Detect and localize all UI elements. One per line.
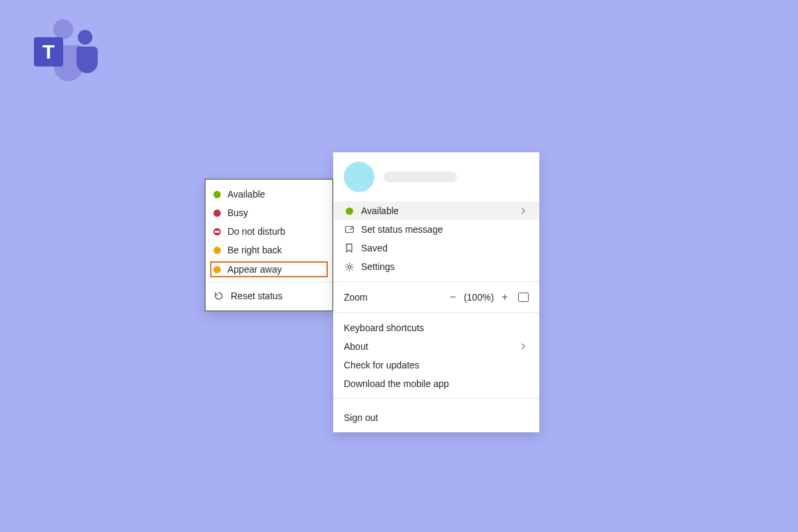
reset-icon — [213, 291, 224, 301]
menu-item-sign-out[interactable]: Sign out — [333, 404, 539, 432]
divider — [333, 398, 539, 399]
status-label: Appear away — [227, 264, 282, 275]
status-option-brb[interactable]: Be right back — [205, 241, 332, 259]
status-label: Busy — [227, 207, 248, 218]
divider — [333, 313, 539, 313]
status-label: Available — [227, 189, 265, 200]
brb-icon — [213, 247, 221, 254]
svg-point-1 — [78, 30, 92, 45]
menu-label: About — [344, 341, 511, 352]
zoom-out-button[interactable]: − — [445, 291, 461, 303]
status-option-dnd[interactable]: Do not disturb — [205, 222, 332, 241]
svg-point-0 — [53, 19, 73, 39]
zoom-percent: (100%) — [461, 292, 497, 303]
user-header — [333, 152, 539, 201]
menu-label: Check for updates — [344, 360, 529, 370]
status-label: Reset status — [231, 291, 283, 301]
status-option-appear-away[interactable]: Appear away — [209, 261, 329, 278]
menu-item-download-mobile-app[interactable]: Download the mobile app — [333, 374, 539, 393]
zoom-row: Zoom − (100%) + — [333, 287, 539, 307]
menu-item-settings[interactable]: Settings — [333, 257, 539, 276]
menu-label: Set status message — [361, 224, 529, 235]
gear-icon — [344, 261, 354, 272]
menu-label: Available — [361, 205, 511, 216]
available-icon — [213, 191, 221, 198]
svg-text:T: T — [43, 41, 55, 63]
menu-label: Saved — [361, 243, 529, 253]
avatar — [344, 162, 374, 192]
chevron-right-icon — [518, 341, 529, 352]
menu-item-status[interactable]: Available — [333, 201, 539, 220]
svg-point-5 — [348, 265, 350, 268]
edit-message-icon — [344, 224, 354, 235]
dnd-icon — [213, 228, 221, 235]
status-option-busy[interactable]: Busy — [205, 203, 332, 222]
teams-logo: T — [30, 19, 103, 85]
status-label: Do not disturb — [227, 226, 285, 237]
zoom-label: Zoom — [344, 292, 445, 303]
bookmark-icon — [344, 243, 354, 253]
status-option-available[interactable]: Available — [205, 185, 332, 203]
available-icon — [344, 205, 354, 216]
menu-item-saved[interactable]: Saved — [333, 239, 539, 257]
menu-label: Sign out — [344, 412, 378, 423]
status-submenu: Available Busy Do not disturb Be right b… — [205, 179, 333, 311]
menu-item-about[interactable]: About — [333, 337, 539, 356]
divider — [333, 281, 539, 282]
menu-label: Keyboard shortcuts — [344, 323, 529, 333]
chevron-right-icon — [518, 205, 529, 216]
menu-label: Settings — [361, 261, 529, 272]
username-placeholder — [384, 172, 457, 182]
status-option-reset[interactable]: Reset status — [205, 287, 332, 305]
busy-icon — [213, 209, 221, 217]
away-icon — [213, 266, 221, 273]
zoom-in-button[interactable]: + — [497, 291, 513, 303]
fullscreen-icon[interactable] — [518, 293, 529, 302]
user-menu: Available Set status message Saved Setti… — [333, 152, 539, 432]
divider — [205, 282, 332, 283]
menu-item-keyboard-shortcuts[interactable]: Keyboard shortcuts — [333, 319, 539, 337]
menu-item-set-status-message[interactable]: Set status message — [333, 220, 539, 239]
status-label: Be right back — [227, 245, 282, 255]
menu-item-check-updates[interactable]: Check for updates — [333, 356, 539, 374]
menu-label: Download the mobile app — [344, 378, 529, 389]
